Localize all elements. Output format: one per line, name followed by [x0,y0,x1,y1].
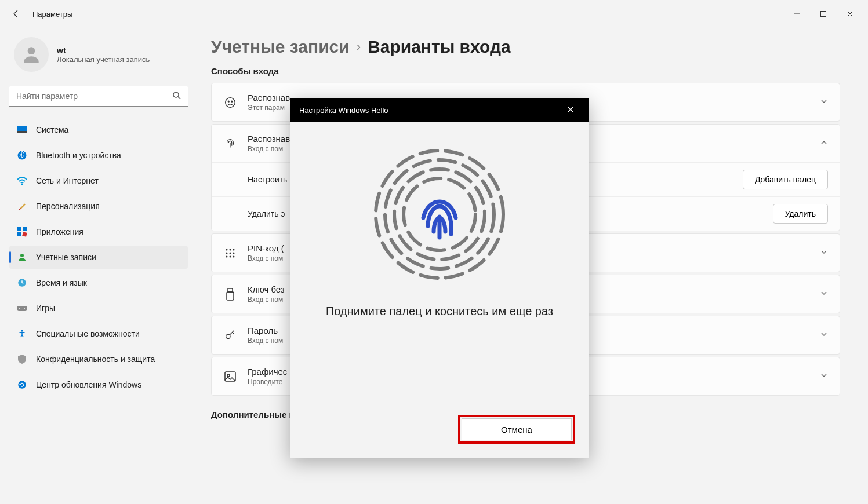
time-icon [16,277,28,288]
hello-modal: Настройка Windows Hello П [290,98,589,458]
sidebar-item-label: Персонализация [36,202,100,211]
svg-point-24 [230,249,231,250]
svg-point-2 [28,47,35,54]
svg-rect-32 [228,288,233,292]
sidebar-item-label: Приложения [36,227,83,236]
svg-rect-12 [22,232,27,237]
back-button[interactable] [5,2,28,25]
sidebar-item-accessibility[interactable]: Специальные возможности [9,322,188,345]
titlebar: Параметры [0,0,868,28]
sidebar-item-bluetooth[interactable]: Bluetooth и устройства [9,144,188,167]
svg-point-25 [233,249,235,250]
svg-point-8 [21,184,23,185]
key-icon [223,329,237,342]
svg-point-27 [230,252,231,254]
svg-rect-1 [821,12,826,17]
svg-line-4 [178,97,180,99]
svg-point-34 [226,334,230,338]
bluetooth-icon [16,149,28,161]
svg-rect-10 [23,227,27,231]
breadcrumb-parent[interactable]: Учетные записи [211,37,350,57]
window-title: Параметры [32,10,72,19]
pin-icon [223,247,237,259]
apps-icon [16,226,28,238]
breadcrumb-current: Варианты входа [368,37,511,57]
sidebar-item-label: Центр обновления Windows [36,380,141,389]
user-block[interactable]: wt Локальная учетная запись [9,32,188,76]
svg-point-39 [394,169,485,260]
sidebar-item-network[interactable]: Сеть и Интернет [9,169,188,192]
svg-rect-9 [17,227,21,231]
usb-key-icon [223,288,237,301]
chevron-down-icon [820,371,828,382]
sidebar-item-label: Сеть и Интернет [36,176,99,185]
svg-point-29 [226,255,228,257]
svg-point-3 [173,92,179,97]
svg-rect-33 [227,292,234,300]
svg-point-17 [24,308,25,309]
face-icon [223,96,237,109]
sidebar-item-gaming[interactable]: Игры [9,297,188,320]
svg-point-20 [226,97,235,107]
minimize-button[interactable] [783,5,810,23]
chevron-down-icon [820,248,828,258]
fingerprint-graphic [370,145,509,284]
remove-button[interactable]: Удалить [773,204,828,224]
update-icon [16,379,28,390]
cancel-button[interactable]: Отмена [462,418,572,440]
gaming-icon [16,302,28,314]
modal-close-button[interactable] [561,105,580,115]
svg-rect-15 [17,306,27,311]
user-name: wt [57,46,150,55]
accessibility-icon [16,328,28,339]
system-icon [16,124,28,136]
close-button[interactable] [837,5,863,23]
sidebar-item-apps[interactable]: Приложения [9,220,188,243]
sidebar-item-label: Игры [36,304,55,313]
accounts-icon [16,251,28,263]
svg-point-26 [226,252,228,254]
fingerprint-icon [223,137,237,150]
modal-instruction: Поднимите палец и коснитесь им еще раз [326,305,553,318]
sidebar-item-update[interactable]: Центр обновления Windows [9,373,188,396]
chevron-right-icon: › [357,39,361,54]
add-finger-button[interactable]: Добавить палец [743,170,828,189]
sidebar-item-privacy[interactable]: Конфиденциальность и защита [9,348,188,371]
sidebar-item-label: Время и язык [36,278,87,287]
modal-header: Настройка Windows Hello [290,98,589,122]
avatar [14,37,49,72]
svg-point-38 [385,160,494,269]
svg-point-18 [21,330,23,332]
user-subtitle: Локальная учетная запись [57,55,150,64]
svg-point-23 [226,249,228,250]
sidebar-item-system[interactable]: Система [9,118,188,141]
chevron-down-icon [820,289,828,300]
svg-rect-11 [17,232,21,236]
breadcrumb: Учетные записи › Варианты входа [211,37,840,57]
svg-point-22 [231,101,233,102]
svg-point-31 [233,255,235,257]
svg-point-36 [227,374,230,377]
chevron-down-icon [820,330,828,341]
shield-icon [16,353,28,365]
svg-point-13 [20,254,24,257]
search-input[interactable] [9,86,188,107]
wifi-icon [16,175,28,187]
search-icon [172,90,182,103]
svg-point-30 [230,255,231,257]
sidebar-item-time[interactable]: Время и язык [9,271,188,294]
sidebar-item-label: Специальные возможности [36,329,140,338]
svg-point-16 [19,308,20,309]
sidebar-item-label: Учетные записи [36,253,96,262]
cancel-highlight: Отмена [458,415,575,444]
section-methods-title: Способы входа [211,66,840,76]
sidebar-item-label: Bluetooth и устройства [36,151,121,160]
search-box[interactable] [9,86,188,107]
maximize-button[interactable] [810,5,837,23]
svg-point-21 [228,101,229,102]
sidebar: wt Локальная учетная запись Система Blue… [0,28,197,504]
sidebar-item-accounts[interactable]: Учетные записи [9,246,188,269]
brush-icon [16,200,28,212]
sidebar-item-personalization[interactable]: Персонализация [9,195,188,218]
sidebar-item-label: Система [36,125,68,134]
